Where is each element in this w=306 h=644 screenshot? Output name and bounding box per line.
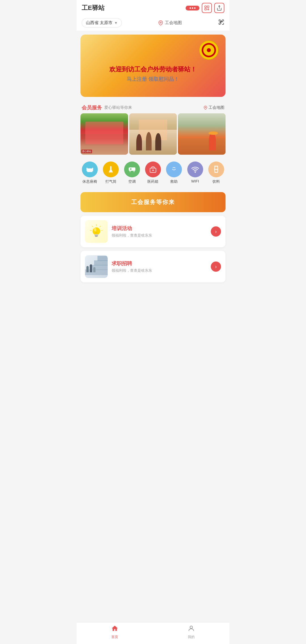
header-action-icons [218, 19, 224, 27]
member-service-subtitle: 爱心驿站等你来 [104, 105, 132, 110]
training-image [85, 220, 108, 243]
ac-icon [124, 161, 140, 177]
photo-3[interactable] [178, 113, 226, 155]
svg-rect-10 [222, 21, 223, 22]
svg-line-35 [90, 230, 92, 231]
menu-button[interactable] [186, 6, 199, 10]
union-service-banner[interactable]: 工会服务等你来 [80, 192, 226, 212]
service-ac[interactable]: 空调 [124, 161, 140, 184]
dropdown-arrow-icon: ▼ [114, 21, 118, 25]
service-drink[interactable]: 饮料 [208, 161, 224, 184]
services-row: 休息座椅 打气筒 [76, 159, 230, 190]
help-label: 救助 [170, 179, 178, 184]
share-button[interactable] [214, 3, 224, 13]
photo-1[interactable]: 爱心驿站 [80, 113, 128, 155]
photos-grid: 爱心驿站 [76, 113, 230, 159]
svg-rect-38 [94, 234, 98, 235]
training-title: 培训活动 [112, 225, 207, 232]
map-icon [158, 20, 163, 25]
medicine-icon [145, 161, 161, 177]
svg-rect-9 [220, 21, 221, 22]
svg-rect-40 [95, 236, 98, 237]
drink-icon [208, 161, 224, 177]
job-title: 求职招聘 [112, 260, 207, 267]
member-service-header: 会员服务 爱心驿站等你来 工会地图 [76, 100, 230, 113]
union-logo [199, 40, 219, 60]
svg-line-32 [99, 226, 101, 227]
ac-label: 空调 [128, 179, 136, 184]
svg-point-3 [208, 9, 209, 10]
svg-rect-22 [129, 167, 135, 171]
svg-point-36 [93, 227, 100, 235]
banner-subtitle[interactable]: 马上注册 领取慰问品！ [127, 76, 179, 82]
section-header-left: 会员服务 爱心驿站等你来 [82, 104, 132, 111]
scan-button[interactable] [202, 3, 212, 13]
location-text: 山西省 太原市 [86, 20, 112, 25]
svg-rect-2 [205, 8, 207, 10]
map-label: 工会地图 [165, 20, 182, 25]
service-medicine[interactable]: 医药箱 [145, 161, 161, 184]
wifi-icon [187, 161, 203, 177]
section-map-link[interactable]: 工会地图 [203, 105, 224, 110]
banner-title: 欢迎到访工会户外劳动者驿站！ [109, 65, 197, 74]
job-arrow[interactable]: › [211, 262, 221, 272]
training-content: 培训活动 领福利啦，查查是啥东东 [112, 225, 207, 238]
svg-line-33 [101, 230, 103, 231]
union-banner-text: 工会服务等你来 [131, 199, 175, 205]
photo-2[interactable] [129, 113, 177, 155]
svg-point-16 [207, 48, 211, 52]
svg-rect-20 [109, 171, 113, 173]
map-link[interactable]: 工会地图 [158, 20, 182, 25]
training-desc: 领福利啦，查查是啥东东 [112, 233, 207, 238]
svg-rect-39 [95, 235, 98, 236]
main-banner[interactable]: 欢迎到访工会户外劳动者驿站！ 马上注册 领取慰问品！ [80, 35, 226, 97]
svg-point-30 [195, 172, 195, 172]
location-bar: 山西省 太原市 ▼ 工会地图 [76, 16, 230, 31]
svg-rect-1 [207, 6, 209, 8]
job-content: 求职招聘 领福利啦，查查是啥东东 [112, 260, 207, 273]
job-desc: 领福利啦，查查是啥东东 [112, 268, 207, 273]
location-select[interactable]: 山西省 太原市 ▼ [82, 18, 122, 27]
wifi-label: WIFI [191, 179, 199, 183]
job-image [85, 255, 108, 278]
training-arrow[interactable]: › [211, 226, 221, 237]
svg-line-34 [92, 226, 93, 227]
svg-rect-18 [110, 166, 112, 171]
app-title: 工E驿站 [82, 4, 105, 12]
svg-point-8 [160, 22, 162, 23]
section-map-icon [203, 106, 207, 110]
section-map-label: 工会地图 [209, 105, 224, 110]
svg-point-17 [205, 107, 206, 108]
training-card[interactable]: 培训活动 领福利啦，查查是啥东东 › [80, 216, 226, 247]
pump-label: 打气筒 [105, 179, 116, 184]
service-wifi[interactable]: WIFI [187, 161, 203, 184]
member-service-title: 会员服务 [82, 104, 102, 111]
job-card[interactable]: 求职招聘 领福利啦，查查是啥东东 › [80, 251, 226, 282]
header-icons [186, 3, 224, 13]
svg-rect-11 [220, 22, 221, 24]
medicine-label: 医药箱 [147, 179, 158, 184]
service-rest-chair[interactable]: 休息座椅 [82, 161, 98, 184]
qr-scan-icon[interactable] [218, 19, 224, 27]
service-pump[interactable]: 打气筒 [103, 161, 119, 184]
service-help[interactable]: 救助 [166, 161, 182, 184]
rest-chair-icon [82, 161, 98, 177]
help-icon [166, 161, 182, 177]
svg-rect-26 [130, 169, 131, 170]
drink-label: 饮料 [212, 179, 220, 184]
header: 工E驿站 [76, 0, 230, 16]
rest-chair-label: 休息座椅 [82, 179, 97, 184]
svg-rect-0 [205, 6, 207, 8]
svg-rect-19 [110, 170, 112, 171]
pump-icon [103, 161, 119, 177]
